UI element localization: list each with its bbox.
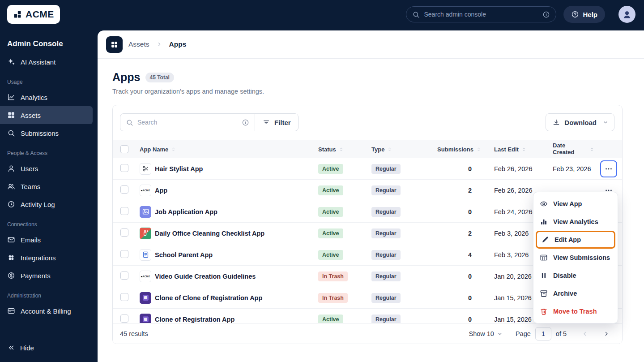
column-header-app-name[interactable]: App Name — [132, 146, 318, 153]
admin-search[interactable] — [406, 6, 556, 22]
column-header-status[interactable]: Status — [318, 146, 371, 153]
sidebar-item-label: Payments — [21, 272, 51, 280]
user-icon — [7, 164, 15, 172]
app-name[interactable]: Daily Office Cleaning Checklist App — [155, 230, 264, 237]
sidebar-item-submissions[interactable]: Submissions — [0, 124, 93, 142]
sidebar-hide-button[interactable]: Hide — [0, 339, 93, 357]
sidebar-item-account-billing[interactable]: Account & Billing — [0, 302, 93, 320]
menu-item-disable[interactable]: Disable — [533, 267, 618, 284]
row-actions-button[interactable] — [600, 160, 617, 177]
sidebar-section-label: People & Access — [0, 142, 98, 159]
status-badge: In Trash — [318, 272, 348, 281]
brand-logo[interactable]: ACME — [7, 5, 60, 24]
pencil-icon — [541, 236, 549, 244]
menu-item-move-to-trash[interactable]: Move to Trash — [533, 302, 618, 320]
sidebar-item-label: AI Assistant — [21, 58, 55, 66]
sidebar-item-label: Analytics — [21, 94, 47, 101]
date-created: Feb 23, 2026 — [553, 165, 597, 172]
puzzle-icon — [7, 254, 15, 262]
breadcrumb-apps: Apps — [169, 40, 187, 48]
hide-label: Hide — [20, 344, 34, 352]
row-checkbox[interactable] — [120, 164, 128, 172]
sidebar-item-label: Activity Log — [21, 201, 55, 208]
sidebar-item-payments[interactable]: Payments — [0, 267, 93, 284]
purple-thumbnail-icon — [140, 292, 151, 304]
apps-grid-icon — [106, 36, 123, 53]
sidebar-item-integrations[interactable]: Integrations — [0, 249, 93, 267]
column-header-date-created[interactable]: Date Created — [553, 142, 597, 156]
menu-item-view-submissions[interactable]: View Submissions — [533, 249, 618, 267]
app-name[interactable]: App — [155, 187, 167, 194]
type-badge: Regular — [371, 293, 401, 303]
sidebar-section: Usage Analytics Assets Submissions — [0, 71, 98, 142]
download-label: Download — [564, 119, 597, 126]
menu-item-archive[interactable]: Archive — [533, 284, 618, 302]
acme-logo-icon — [13, 10, 22, 19]
admin-search-input[interactable] — [424, 11, 538, 18]
select-all-checkbox[interactable] — [120, 145, 128, 153]
row-action-menu: View App View Analytics Edit App View Su… — [533, 192, 618, 323]
sidebar: Admin Console AI Assistant Usage Analyti… — [0, 29, 98, 362]
status-badge: Active — [318, 164, 343, 174]
table-search[interactable] — [120, 113, 255, 131]
download-button[interactable]: Download — [546, 113, 614, 131]
sidebar-section-label: Administration — [0, 284, 98, 302]
row-checkbox[interactable] — [120, 293, 128, 301]
sort-icon — [521, 147, 527, 152]
info-icon[interactable] — [542, 11, 550, 18]
app-name[interactable]: Job Application App — [155, 208, 218, 215]
page-number-input[interactable] — [535, 327, 551, 340]
type-badge: Regular — [371, 207, 401, 217]
page-size-select[interactable]: Show 10 — [469, 330, 503, 337]
column-header-submissions[interactable]: Submissions — [437, 146, 482, 153]
sidebar-item-activity-log[interactable]: Activity Log — [0, 195, 93, 213]
document-thumbnail-icon — [140, 249, 151, 261]
chevron-right-icon — [156, 41, 162, 47]
row-checkbox[interactable] — [120, 250, 128, 258]
photo-thumbnail-icon — [140, 206, 151, 218]
row-checkbox[interactable] — [120, 272, 128, 280]
column-header-type[interactable]: Type — [371, 146, 437, 153]
app-name[interactable]: Video Guide Creation Guidelines — [155, 273, 256, 280]
sidebar-item-assets[interactable]: Assets — [0, 106, 93, 124]
sidebar-item-emails[interactable]: Emails — [0, 231, 93, 249]
help-button[interactable]: Help — [563, 6, 605, 23]
page-title: Apps — [112, 71, 141, 84]
table-search-input[interactable] — [137, 119, 238, 126]
row-checkbox[interactable] — [120, 228, 128, 237]
pause-icon — [540, 272, 548, 280]
dollar-icon — [7, 272, 15, 280]
sidebar-item-analytics[interactable]: Analytics — [0, 88, 93, 106]
row-checkbox[interactable] — [120, 207, 128, 215]
menu-item-view-analytics[interactable]: View Analytics — [533, 213, 618, 231]
app-name[interactable]: School Parent App — [155, 251, 213, 259]
submissions-count: 2 — [437, 230, 482, 237]
sidebar-item-ai-assistant[interactable]: AI Assistant — [0, 53, 93, 71]
menu-item-view-app[interactable]: View App — [533, 195, 618, 213]
sort-icon — [589, 147, 595, 152]
sidebar-item-teams[interactable]: Teams — [0, 177, 93, 195]
column-header-last-edit[interactable]: Last Edit — [482, 146, 553, 153]
type-badge: Regular — [371, 250, 401, 260]
row-checkbox[interactable] — [120, 185, 128, 194]
status-badge: Active — [318, 228, 343, 238]
filter-button[interactable]: Filter — [255, 113, 299, 131]
sort-icon — [387, 147, 392, 152]
previous-page-button[interactable] — [580, 329, 590, 339]
app-name[interactable]: Clone of Registration App — [155, 316, 235, 323]
next-page-button[interactable] — [601, 329, 611, 339]
submissions-count: 0 — [437, 165, 482, 172]
info-icon[interactable] — [242, 119, 249, 126]
sidebar-item-users[interactable]: Users — [0, 159, 93, 177]
sidebar-item-label: Submissions — [21, 129, 59, 137]
row-checkbox[interactable] — [120, 315, 128, 323]
card-toolbar: Filter Download — [113, 105, 622, 131]
app-name[interactable]: Hair Stylist App — [155, 165, 203, 172]
app-name[interactable]: Clone of Clone of Registration App — [155, 294, 262, 302]
chevron-right-icon — [603, 330, 610, 337]
menu-item-edit-app[interactable]: Edit App — [536, 231, 615, 249]
breadcrumb-assets[interactable]: Assets — [128, 40, 149, 48]
filter-icon — [262, 118, 270, 126]
user-avatar[interactable] — [618, 6, 635, 23]
type-badge: Regular — [371, 272, 401, 281]
